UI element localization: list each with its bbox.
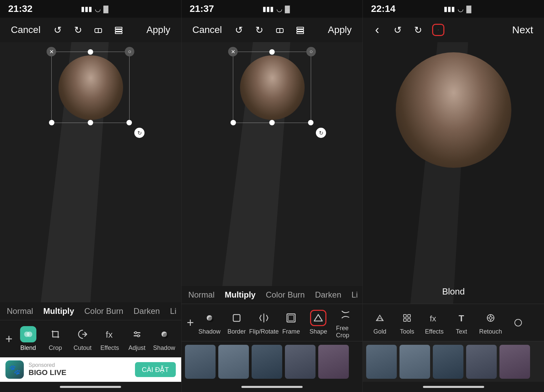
thumb-2[interactable] [218,345,249,379]
thumb-5[interactable] [318,345,349,379]
svg-rect-18 [297,30,304,31]
close-btn-left[interactable]: ✕ [47,47,56,56]
rotate-handle-left[interactable]: ↻ [134,128,144,138]
svg-text:fx: fx [106,329,113,340]
redo-icon-mid[interactable]: ↻ [253,24,266,36]
svg-point-22 [208,317,214,322]
tool-blend-left[interactable]: Blend [15,323,42,354]
tool-tools-right[interactable]: Tools [393,307,421,338]
blend-darken-mid[interactable]: Darken [315,290,341,300]
thumb-r3[interactable] [433,345,463,379]
svg-rect-2 [115,27,122,29]
tool-effects-label-right: Effects [425,328,444,335]
handle-br-mid[interactable] [308,120,313,125]
eraser-icon-mid[interactable] [274,24,286,36]
panel-right: 22:14 ▮▮▮ ◡ ▓ ‹ ↺ ↻ [363,0,544,392]
tool-fliprotate-mid[interactable]: Flip/Rotate [250,307,277,338]
chevron-left-icon-right[interactable]: ‹ [371,24,383,36]
tool-adjust-label-left: Adjust [129,344,146,352]
blend-multiply-left[interactable]: Multiply [43,306,74,316]
svg-rect-19 [297,32,304,34]
handle-bl-left[interactable] [49,120,54,125]
undo-icon-mid[interactable]: ↺ [233,24,245,36]
tool-gold-right[interactable]: Gold [366,307,393,338]
svg-point-14 [163,333,168,338]
effects-icon-left: fx [102,326,118,342]
svg-rect-4 [115,32,122,34]
thumb-r2[interactable] [400,345,430,379]
photo-box-left: ✕ ○ ↻ [51,52,130,123]
tool-border-mid[interactable]: Border [223,307,250,338]
download-button-right[interactable] [432,24,444,36]
tool-fliprotate-label-mid: Flip/Rotate [249,328,279,335]
thumb-r1[interactable] [366,345,397,379]
settings-btn-left[interactable]: ○ [125,47,134,56]
ad-cta-left[interactable]: CÀI ĐẶT [135,362,176,377]
close-btn-mid[interactable]: ✕ [228,47,238,56]
time-left: 21:32 [8,3,33,14]
thumb-4[interactable] [285,345,316,379]
tool-shape-mid[interactable]: Shape [305,307,332,338]
tool-sticker-right[interactable] [506,312,530,334]
thumb-1[interactable] [185,345,216,379]
tool-frame-mid[interactable]: Frame [277,307,305,338]
tool-text-right[interactable]: T Text [448,307,475,338]
home-bar-mid [241,386,303,388]
tool-effects-left[interactable]: fx Effects [96,323,123,354]
tool-freecrop-mid[interactable]: Free Crop [332,304,359,342]
handle-bc-mid[interactable] [269,120,275,125]
settings-btn-mid[interactable]: ○ [306,47,316,56]
tool-cutout-left[interactable]: Cutout [69,323,96,354]
next-button-right[interactable]: Next [509,23,536,37]
handle-br-left[interactable] [126,120,132,125]
svg-rect-17 [297,27,304,29]
blend-normal-left[interactable]: Normal [7,306,33,316]
cancel-button-mid[interactable]: Cancel [190,23,225,37]
tool-effects-label-left: Effects [100,344,119,352]
tool-adjust-left[interactable]: Adjust [123,323,151,354]
rotate-handle-mid[interactable]: ↻ [316,128,326,138]
apply-button-left[interactable]: Apply [144,23,173,37]
handle-tc-mid[interactable] [269,49,275,55]
sticker-icon-right [510,315,526,331]
layers-icon-mid[interactable] [294,24,306,36]
tool-crop-left[interactable]: Crop [42,323,69,354]
circle-photo-mid [240,55,305,120]
thumb-r4[interactable] [466,345,497,379]
thumb-3[interactable] [252,345,282,379]
blend-normal-mid[interactable]: Normal [188,290,215,300]
plus-button-left[interactable]: + [3,331,15,348]
handle-tc-left[interactable] [88,49,93,55]
ad-title-left: BIGO LIVE [29,368,130,377]
redo-icon-left[interactable]: ↻ [72,24,84,36]
tool-shadow-left[interactable]: Shadow [151,323,178,354]
status-bar-right: 22:14 ▮▮▮ ◡ ▓ [363,0,544,18]
effects-icon-right: fx [426,310,442,326]
blend-bar-mid: Normal Multiply Color Burn Darken Li [182,286,363,304]
redo-icon-right[interactable]: ↻ [412,24,424,36]
blend-darken-left[interactable]: Darken [134,306,160,316]
undo-icon-left[interactable]: ↺ [51,24,64,36]
blend-li-left[interactable]: Li [170,306,176,316]
eraser-icon-left[interactable] [92,24,104,36]
blend-li-mid[interactable]: Li [352,290,358,300]
tool-retouch-label-right: Retouch [479,328,502,335]
layers-icon-left[interactable] [113,24,125,36]
handle-bc-left[interactable] [88,120,93,125]
tool-shadow-mid[interactable]: Shadow [196,307,223,338]
handle-bl-mid[interactable] [231,120,236,125]
blend-multiply-mid[interactable]: Multiply [225,290,256,300]
text-icon-right: T [453,310,470,326]
undo-icon-right[interactable]: ↺ [391,24,404,36]
thumb-r5[interactable] [499,345,530,379]
tool-effects-right[interactable]: fx Effects [421,307,448,338]
blend-colorburn-mid[interactable]: Color Burn [266,290,305,300]
plus-button-mid[interactable]: + [185,314,196,331]
tool-tools-label-right: Tools [400,328,414,335]
tool-shadow-label-left: Shadow [153,344,175,352]
tool-retouch-right[interactable]: Retouch [475,307,506,338]
toolbar-left: + Blend [0,320,181,357]
blend-colorburn-left[interactable]: Color Burn [84,306,123,316]
apply-button-mid[interactable]: Apply [325,23,354,37]
cancel-button-left[interactable]: Cancel [8,23,43,37]
